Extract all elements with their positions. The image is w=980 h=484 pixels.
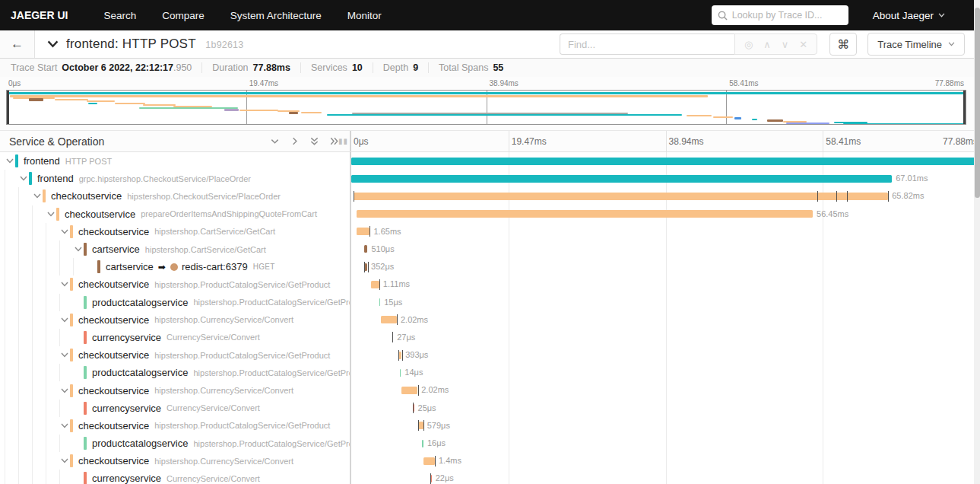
find-prev-icon[interactable]: ∧ [763,39,771,50]
span-tree-item[interactable]: frontendHTTP POST [0,152,351,170]
span-tree-item[interactable]: checkoutservicehipstershop.CheckoutServi… [0,187,351,205]
span-bar-row[interactable] [351,152,980,170]
span-duration-bar[interactable] [401,387,417,394]
span-bar-row[interactable]: 65.82ms [351,187,980,205]
keyboard-shortcuts-button[interactable]: ⌘ [829,33,857,56]
clear-find-icon[interactable]: ✕ [799,39,807,50]
span-duration-bar[interactable] [351,158,980,165]
span-bar-row[interactable]: 2.02ms [351,381,980,399]
indent-guide [32,364,46,381]
trace-lookup-box[interactable] [712,5,848,25]
panel-resize-grip[interactable]: ▮▮ [338,137,348,145]
back-button[interactable]: ← [0,30,35,58]
span-bar-row[interactable]: 22μs [351,470,980,484]
span-bar-row[interactable]: 15μs [351,294,980,311]
row-collapse-chevron[interactable] [59,352,70,358]
axis-gridline [509,131,509,151]
span-duration-bar[interactable] [400,369,401,377]
span-tree-item[interactable]: checkoutservicehipstershop.ProductCatalo… [0,417,351,435]
about-jaeger-menu[interactable]: About Jaeger [873,10,945,21]
span-tree-item[interactable]: productcatalogservicehipstershop.Product… [0,294,351,311]
trace-view-selector[interactable]: Trace Timeline [867,33,965,56]
collapse-trace-chevron[interactable] [47,40,59,48]
span-duration-bar[interactable] [381,316,397,323]
span-duration-bar[interactable] [364,245,367,253]
span-bar-row[interactable]: 14μs [351,364,980,381]
minimap-left-handle[interactable] [7,91,9,124]
service-name: checkoutservice [78,420,149,431]
minimap-axis: 0μs19.47ms38.94ms58.41ms77.88ms [6,79,966,89]
span-bar-row[interactable]: 67.01ms [351,170,980,187]
span-tree-item[interactable]: cartservicehipstershop.CartService/GetCa… [0,240,351,258]
span-bar-row[interactable]: 352μs [351,258,980,275]
span-bar-row[interactable]: 393μs [351,346,980,364]
span-tree-item[interactable]: checkoutservicehipstershop.CartService/G… [0,223,351,240]
span-bar-row[interactable]: 16μs [351,435,980,452]
span-tree-item[interactable]: checkoutservicehipstershop.CurrencyServi… [0,311,351,329]
span-duration-bar[interactable] [357,228,369,235]
span-tree-item[interactable]: checkoutservicehipstershop.ProductCatalo… [0,275,351,293]
collapse-all-icon[interactable] [309,136,319,146]
nav-item-search[interactable]: Search [90,10,149,21]
span-tree-item[interactable]: currencyserviceCurrencyService/Convert [0,329,351,346]
nav-item-system-architecture[interactable]: System Architecture [217,10,335,21]
collapse-one-icon[interactable] [270,136,280,146]
span-duration-bar[interactable] [418,422,423,429]
nav-item-monitor[interactable]: Monitor [335,10,395,21]
span-tree-item[interactable]: checkoutservicehipstershop.CurrencyServi… [0,381,351,399]
span-tree-item[interactable]: checkoutserviceprepareOrderItemsAndShipp… [0,205,351,223]
span-bar-row[interactable]: 1.4ms [351,452,980,470]
span-duration-bar[interactable] [379,298,381,306]
row-collapse-chevron[interactable] [18,176,29,181]
minimap-canvas[interactable] [6,90,966,125]
find-next-icon[interactable]: ∨ [782,39,789,50]
span-tree-item[interactable]: currencyserviceCurrencyService/Convert [0,400,351,417]
span-bar-row[interactable]: 1.65ms [351,223,980,240]
span-tree-item[interactable]: checkoutservicehipstershop.ProductCatalo… [0,346,351,364]
span-bar-row[interactable]: 579μs [351,417,980,435]
row-collapse-chevron[interactable] [59,229,70,234]
span-tree-item[interactable]: frontendgrpc.hipstershop.CheckoutService… [0,170,351,187]
timeline-gridline [666,452,667,470]
row-collapse-chevron[interactable] [59,388,70,393]
span-tree-item[interactable]: currencyserviceCurrencyService/Convert [0,470,351,484]
app-brand[interactable]: JAEGER UI [11,9,68,21]
trace-lookup-input[interactable] [732,10,842,21]
row-collapse-chevron[interactable] [73,247,84,252]
row-collapse-chevron[interactable] [46,212,56,217]
span-duration-bar[interactable] [398,352,401,359]
span-tree-item[interactable]: checkoutservicehipstershop.CurrencyServi… [0,452,351,470]
span-tree-item[interactable]: productcatalogservicehipstershop.Product… [0,364,351,381]
indent-guide [5,452,18,470]
span-tree-item[interactable]: productcatalogservicehipstershop.Product… [0,435,351,452]
find-input[interactable] [560,33,734,55]
scrollbar-thumb[interactable] [975,8,980,198]
span-duration-bar[interactable] [357,210,813,218]
row-collapse-chevron[interactable] [59,282,70,287]
indent-guide [5,364,18,381]
span-tree-item[interactable]: cartservice➡redis-cart:6379HGET [0,258,351,275]
row-collapse-chevron[interactable] [5,158,15,164]
span-duration-bar[interactable] [371,281,379,288]
span-bar-row[interactable]: 27μs [351,329,980,346]
span-duration-bar[interactable] [354,193,888,200]
row-collapse-chevron[interactable] [59,317,70,323]
span-duration-bar[interactable] [422,440,423,447]
span-duration-bar[interactable] [351,175,892,183]
axis-tick-label: 19.47ms [249,79,278,88]
span-bar-row[interactable]: 56.45ms [351,205,980,223]
span-bar-row[interactable]: 25μs [351,400,980,417]
span-bar-row[interactable]: 2.02ms [351,311,980,329]
row-collapse-chevron[interactable] [59,458,70,463]
span-duration-bar[interactable] [423,457,435,465]
row-collapse-chevron[interactable] [59,423,70,428]
row-collapse-chevron[interactable] [32,193,43,199]
span-bar-row[interactable]: 510μs [351,240,980,258]
expand-one-icon[interactable] [290,136,300,146]
nav-item-compare[interactable]: Compare [149,10,217,21]
minimap-right-handle[interactable] [963,91,966,124]
span-boundary-tick [418,385,419,396]
span-bar-row[interactable]: 1.11ms [351,275,980,293]
locate-icon[interactable]: ◎ [744,39,753,50]
vertical-scrollbar[interactable] [974,0,980,484]
